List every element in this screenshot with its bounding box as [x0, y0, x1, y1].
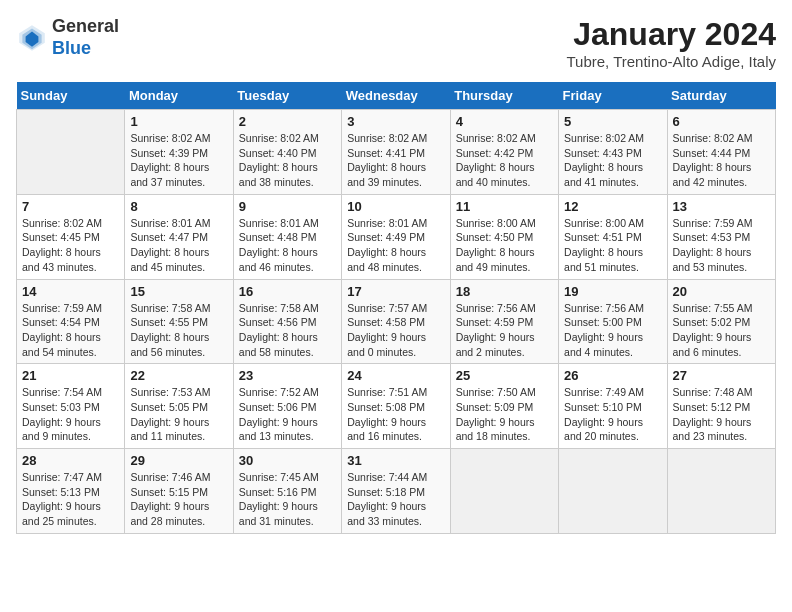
calendar-cell: 12Sunrise: 8:00 AMSunset: 4:51 PMDayligh…: [559, 194, 667, 279]
day-info: Sunrise: 8:02 AMSunset: 4:43 PMDaylight:…: [564, 131, 661, 190]
weekday-header-row: SundayMondayTuesdayWednesdayThursdayFrid…: [17, 82, 776, 110]
day-info: Sunrise: 7:58 AMSunset: 4:56 PMDaylight:…: [239, 301, 336, 360]
logo: General Blue: [16, 16, 119, 59]
day-info: Sunrise: 7:50 AMSunset: 5:09 PMDaylight:…: [456, 385, 553, 444]
calendar-cell: 20Sunrise: 7:55 AMSunset: 5:02 PMDayligh…: [667, 279, 775, 364]
day-number: 4: [456, 114, 553, 129]
calendar-cell: 28Sunrise: 7:47 AMSunset: 5:13 PMDayligh…: [17, 449, 125, 534]
calendar-cell: 30Sunrise: 7:45 AMSunset: 5:16 PMDayligh…: [233, 449, 341, 534]
day-number: 21: [22, 368, 119, 383]
weekday-header-sunday: Sunday: [17, 82, 125, 110]
day-info: Sunrise: 7:45 AMSunset: 5:16 PMDaylight:…: [239, 470, 336, 529]
day-info: Sunrise: 7:47 AMSunset: 5:13 PMDaylight:…: [22, 470, 119, 529]
day-info: Sunrise: 8:02 AMSunset: 4:45 PMDaylight:…: [22, 216, 119, 275]
day-info: Sunrise: 7:58 AMSunset: 4:55 PMDaylight:…: [130, 301, 227, 360]
day-info: Sunrise: 7:44 AMSunset: 5:18 PMDaylight:…: [347, 470, 444, 529]
day-number: 13: [673, 199, 770, 214]
day-info: Sunrise: 7:52 AMSunset: 5:06 PMDaylight:…: [239, 385, 336, 444]
day-number: 25: [456, 368, 553, 383]
weekday-header-monday: Monday: [125, 82, 233, 110]
week-row-4: 21Sunrise: 7:54 AMSunset: 5:03 PMDayligh…: [17, 364, 776, 449]
week-row-1: 1Sunrise: 8:02 AMSunset: 4:39 PMDaylight…: [17, 110, 776, 195]
calendar-cell: 31Sunrise: 7:44 AMSunset: 5:18 PMDayligh…: [342, 449, 450, 534]
calendar-cell: 19Sunrise: 7:56 AMSunset: 5:00 PMDayligh…: [559, 279, 667, 364]
day-number: 24: [347, 368, 444, 383]
day-number: 2: [239, 114, 336, 129]
week-row-2: 7Sunrise: 8:02 AMSunset: 4:45 PMDaylight…: [17, 194, 776, 279]
day-number: 19: [564, 284, 661, 299]
calendar-cell: 25Sunrise: 7:50 AMSunset: 5:09 PMDayligh…: [450, 364, 558, 449]
day-info: Sunrise: 7:56 AMSunset: 4:59 PMDaylight:…: [456, 301, 553, 360]
calendar-cell: 10Sunrise: 8:01 AMSunset: 4:49 PMDayligh…: [342, 194, 450, 279]
day-number: 15: [130, 284, 227, 299]
calendar-cell: 16Sunrise: 7:58 AMSunset: 4:56 PMDayligh…: [233, 279, 341, 364]
calendar-cell: 8Sunrise: 8:01 AMSunset: 4:47 PMDaylight…: [125, 194, 233, 279]
calendar-cell: 11Sunrise: 8:00 AMSunset: 4:50 PMDayligh…: [450, 194, 558, 279]
day-info: Sunrise: 7:59 AMSunset: 4:53 PMDaylight:…: [673, 216, 770, 275]
calendar-cell: [667, 449, 775, 534]
day-number: 31: [347, 453, 444, 468]
day-info: Sunrise: 8:01 AMSunset: 4:48 PMDaylight:…: [239, 216, 336, 275]
logo-text: General Blue: [52, 16, 119, 59]
calendar-cell: 27Sunrise: 7:48 AMSunset: 5:12 PMDayligh…: [667, 364, 775, 449]
day-info: Sunrise: 8:01 AMSunset: 4:47 PMDaylight:…: [130, 216, 227, 275]
weekday-header-friday: Friday: [559, 82, 667, 110]
calendar-cell: 26Sunrise: 7:49 AMSunset: 5:10 PMDayligh…: [559, 364, 667, 449]
calendar-cell: 22Sunrise: 7:53 AMSunset: 5:05 PMDayligh…: [125, 364, 233, 449]
day-info: Sunrise: 8:00 AMSunset: 4:50 PMDaylight:…: [456, 216, 553, 275]
week-row-5: 28Sunrise: 7:47 AMSunset: 5:13 PMDayligh…: [17, 449, 776, 534]
weekday-header-tuesday: Tuesday: [233, 82, 341, 110]
day-number: 16: [239, 284, 336, 299]
calendar-cell: 21Sunrise: 7:54 AMSunset: 5:03 PMDayligh…: [17, 364, 125, 449]
calendar-cell: 24Sunrise: 7:51 AMSunset: 5:08 PMDayligh…: [342, 364, 450, 449]
calendar-cell: 13Sunrise: 7:59 AMSunset: 4:53 PMDayligh…: [667, 194, 775, 279]
calendar-cell: 6Sunrise: 8:02 AMSunset: 4:44 PMDaylight…: [667, 110, 775, 195]
day-number: 3: [347, 114, 444, 129]
day-number: 5: [564, 114, 661, 129]
day-number: 18: [456, 284, 553, 299]
day-info: Sunrise: 7:54 AMSunset: 5:03 PMDaylight:…: [22, 385, 119, 444]
day-number: 30: [239, 453, 336, 468]
day-number: 28: [22, 453, 119, 468]
calendar-cell: [17, 110, 125, 195]
day-info: Sunrise: 7:48 AMSunset: 5:12 PMDaylight:…: [673, 385, 770, 444]
day-number: 7: [22, 199, 119, 214]
day-info: Sunrise: 7:49 AMSunset: 5:10 PMDaylight:…: [564, 385, 661, 444]
page-header: General Blue January 2024 Tubre, Trentin…: [16, 16, 776, 70]
calendar-cell: 14Sunrise: 7:59 AMSunset: 4:54 PMDayligh…: [17, 279, 125, 364]
day-number: 6: [673, 114, 770, 129]
day-info: Sunrise: 8:02 AMSunset: 4:41 PMDaylight:…: [347, 131, 444, 190]
day-info: Sunrise: 7:57 AMSunset: 4:58 PMDaylight:…: [347, 301, 444, 360]
day-number: 10: [347, 199, 444, 214]
day-info: Sunrise: 7:53 AMSunset: 5:05 PMDaylight:…: [130, 385, 227, 444]
month-title: January 2024: [566, 16, 776, 53]
day-info: Sunrise: 7:56 AMSunset: 5:00 PMDaylight:…: [564, 301, 661, 360]
calendar-cell: 15Sunrise: 7:58 AMSunset: 4:55 PMDayligh…: [125, 279, 233, 364]
day-info: Sunrise: 7:59 AMSunset: 4:54 PMDaylight:…: [22, 301, 119, 360]
weekday-header-wednesday: Wednesday: [342, 82, 450, 110]
day-info: Sunrise: 7:51 AMSunset: 5:08 PMDaylight:…: [347, 385, 444, 444]
day-info: Sunrise: 8:00 AMSunset: 4:51 PMDaylight:…: [564, 216, 661, 275]
calendar-cell: 2Sunrise: 8:02 AMSunset: 4:40 PMDaylight…: [233, 110, 341, 195]
day-number: 22: [130, 368, 227, 383]
calendar-cell: [559, 449, 667, 534]
calendar-body: 1Sunrise: 8:02 AMSunset: 4:39 PMDaylight…: [17, 110, 776, 534]
calendar-cell: 18Sunrise: 7:56 AMSunset: 4:59 PMDayligh…: [450, 279, 558, 364]
day-number: 23: [239, 368, 336, 383]
day-info: Sunrise: 8:01 AMSunset: 4:49 PMDaylight:…: [347, 216, 444, 275]
day-number: 27: [673, 368, 770, 383]
day-number: 29: [130, 453, 227, 468]
day-number: 26: [564, 368, 661, 383]
calendar-table: SundayMondayTuesdayWednesdayThursdayFrid…: [16, 82, 776, 534]
day-number: 9: [239, 199, 336, 214]
calendar-cell: 23Sunrise: 7:52 AMSunset: 5:06 PMDayligh…: [233, 364, 341, 449]
day-number: 12: [564, 199, 661, 214]
day-info: Sunrise: 8:02 AMSunset: 4:42 PMDaylight:…: [456, 131, 553, 190]
logo-icon: [16, 22, 48, 54]
calendar-cell: 29Sunrise: 7:46 AMSunset: 5:15 PMDayligh…: [125, 449, 233, 534]
day-number: 14: [22, 284, 119, 299]
day-info: Sunrise: 8:02 AMSunset: 4:44 PMDaylight:…: [673, 131, 770, 190]
calendar-cell: 17Sunrise: 7:57 AMSunset: 4:58 PMDayligh…: [342, 279, 450, 364]
day-number: 20: [673, 284, 770, 299]
location-title: Tubre, Trentino-Alto Adige, Italy: [566, 53, 776, 70]
